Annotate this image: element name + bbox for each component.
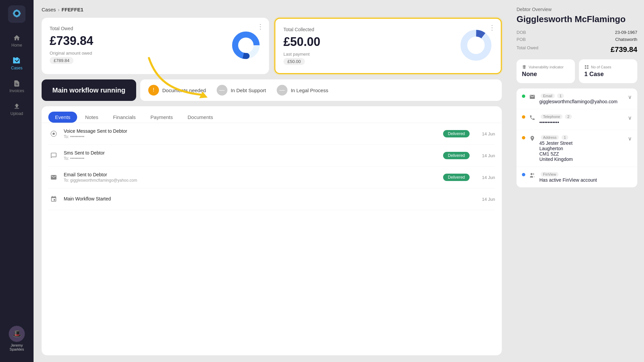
last-payment-value: £50.00 — [283, 58, 305, 65]
status-dot-neutral-2: — — [277, 85, 287, 96]
email-contact-row: Email 1 gigglesworthmcflamingo@yahoo.com… — [517, 88, 637, 109]
dob-value: 23-09-1967 — [615, 30, 638, 35]
status-documents: ! Documents needed — [148, 85, 206, 96]
total-owed-sub-value: £789.84 — [50, 57, 73, 64]
avatar[interactable]: 🎩 — [9, 326, 25, 342]
svg-rect-11 — [585, 67, 586, 69]
email-status-dot — [522, 95, 525, 98]
debtor-overview-header: Debtor Overview — [517, 7, 637, 12]
debtor-name: Gigglesworth McFlamingo — [517, 14, 637, 24]
breadcrumb-chevron: › — [58, 7, 60, 12]
telephone-expand-button[interactable]: ∨ — [628, 115, 632, 121]
app-logo[interactable] — [8, 5, 25, 23]
email-contact-count: 1 — [557, 94, 564, 98]
voice-message-icon — [48, 128, 59, 139]
user-avatar-section: 🎩 Jeremy Sparkles — [9, 326, 25, 357]
telephone-status-dot — [522, 115, 525, 119]
workflow-label: Main workflow running — [52, 86, 125, 94]
tab-financials[interactable]: Financials — [106, 112, 143, 123]
sidebar-item-cases[interactable]: Cases — [0, 54, 34, 74]
telephone-contact-count: 2 — [565, 114, 572, 119]
total-owed-title: Total Owed — [50, 26, 261, 31]
right-panel: Debtor Overview Gigglesworth McFlamingo … — [510, 0, 644, 362]
breadcrumb-current: FFEFFE1 — [62, 7, 84, 12]
workflow-row: Main workflow running ! Documents needed… — [42, 79, 502, 101]
breadcrumb: Cases › FFEFFE1 — [42, 7, 502, 12]
events-tabs: Events Notes Financials Payments Documen… — [42, 106, 502, 123]
finview-contact-value: Has active FinView account — [539, 177, 632, 183]
vulnerability-label: Vulnerability indicator — [529, 65, 564, 69]
status-dot-warning: ! — [148, 85, 159, 96]
address-contact-count: 1 — [561, 135, 568, 140]
event-row: Main Workflow Started 14 Jun — [48, 188, 495, 210]
sms-icon — [48, 150, 59, 161]
total-owed-amount: £739.84 — [50, 34, 261, 48]
indicator-row: Vulnerability indicator None No of Cases… — [517, 59, 637, 83]
telephone-contact-row: Telephone 2 •••••••••••• ∨ — [517, 109, 637, 130]
event-date-1: 14 Jun — [478, 153, 495, 158]
svg-rect-9 — [585, 65, 586, 67]
total-owed-menu-button[interactable]: ⋮ — [257, 23, 264, 30]
event-row: Voice Message Sent to Debtor To: •••••••… — [48, 123, 495, 145]
tab-documents[interactable]: Documents — [181, 112, 220, 123]
email-contact-icon — [529, 93, 535, 101]
address-contact-row: Address 1 45 Jester StreetLaughertonCM1 … — [517, 130, 637, 167]
event-date-0: 14 Jun — [478, 131, 495, 136]
address-expand-button[interactable]: ∨ — [628, 135, 632, 142]
status-legal-label: In Legal Process — [291, 87, 328, 93]
workflow-card: Main workflow running — [42, 79, 136, 101]
no-of-cases-value: 1 Case — [584, 71, 632, 78]
event-row: Sms Sent to Debtor To: •••••••••• Delive… — [48, 145, 495, 167]
event-date-2: 14 Jun — [478, 175, 495, 180]
address-contact-type: Address — [541, 135, 559, 140]
event-row: Email Sent to Debtor To: gigglesworthmcf… — [48, 167, 495, 188]
vulnerability-value: None — [522, 71, 570, 78]
pob-label: POB — [517, 37, 526, 42]
event-sub-2: To: gigglesworthmcflamingo@yahoo.com — [64, 178, 438, 183]
total-owed-sub-label: Original amount owed — [50, 51, 261, 56]
status-dot-neutral-1: — — [217, 85, 227, 96]
event-date-3: 14 Jun — [478, 197, 495, 202]
tab-payments[interactable]: Payments — [144, 112, 180, 123]
telephone-contact-value: •••••••••••• — [539, 120, 624, 125]
finview-contact-row: FinView Has active FinView account — [517, 167, 637, 187]
event-badge-2: Delivered — [443, 174, 470, 181]
breadcrumb-cases[interactable]: Cases — [42, 7, 56, 12]
debtor-total-owed-value: £739.84 — [610, 45, 637, 54]
sidebar-item-home[interactable]: Home — [0, 31, 34, 51]
workflow-event-icon — [48, 194, 59, 204]
tab-events[interactable]: Events — [48, 112, 77, 123]
sidebar-item-upload[interactable]: Upload — [0, 99, 34, 119]
status-cards: ! Documents needed — In Debt Support — I… — [140, 79, 502, 101]
address-contact-icon — [529, 135, 535, 143]
finview-contact-icon — [529, 172, 535, 180]
svg-point-8 — [53, 133, 55, 135]
status-debt-support: — In Debt Support — [217, 85, 266, 96]
events-list: Voice Message Sent to Debtor To: •••••••… — [42, 123, 502, 210]
svg-point-13 — [531, 173, 533, 175]
finview-contact-type: FinView — [541, 172, 558, 177]
total-collected-card: Total Collected £50.00 Last payment £50.… — [274, 18, 502, 74]
status-documents-label: Documents needed — [162, 87, 206, 93]
event-sub-1: To: •••••••••• — [64, 156, 438, 161]
email-event-icon — [48, 172, 59, 183]
top-cards-row: Total Owed £739.84 Original amount owed … — [42, 18, 502, 74]
pob-row: POB Chatsworth — [517, 37, 637, 42]
email-contact-type: Email — [541, 94, 555, 98]
status-legal: — In Legal Process — [277, 85, 328, 96]
tab-notes[interactable]: Notes — [78, 112, 105, 123]
sidebar-item-invoices[interactable]: Invoices — [0, 76, 34, 97]
debtor-total-owed-label: Total Owed — [517, 45, 538, 54]
finview-status-dot — [522, 173, 525, 176]
event-title-0: Voice Message Sent to Debtor — [64, 128, 438, 134]
sidebar: Home Cases Invoices Upload 🎩 Jeremy Spar… — [0, 0, 34, 362]
email-expand-button[interactable]: ∨ — [628, 94, 632, 100]
total-collected-chart — [459, 28, 493, 63]
no-of-cases-label: No of Cases — [591, 65, 611, 69]
no-of-cases-card: No of Cases 1 Case — [579, 59, 637, 83]
telephone-contact-type: Telephone — [541, 114, 562, 119]
main-content: Cases › FFEFFE1 Total Owed £739.84 Origi… — [34, 0, 510, 362]
svg-point-4 — [464, 33, 488, 57]
dob-row: DOB 23-09-1967 — [517, 30, 637, 35]
event-title-1: Sms Sent to Debtor — [64, 150, 438, 156]
